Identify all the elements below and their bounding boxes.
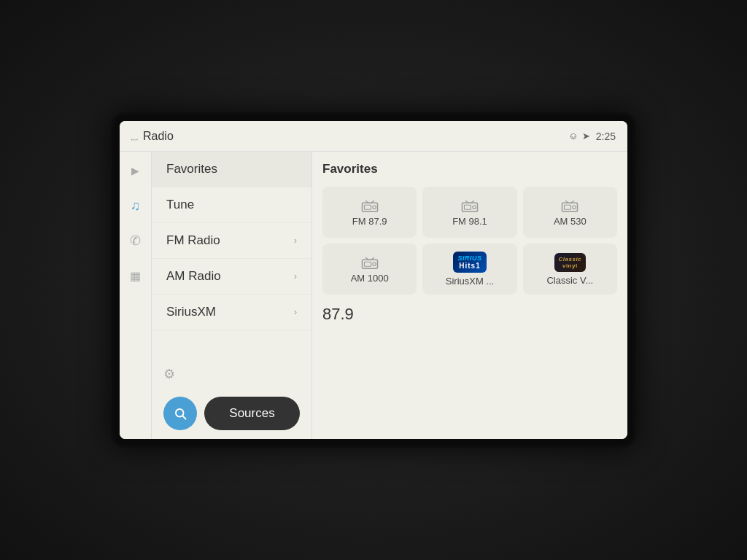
main-content: ▶ ♫ ✆ ▦ Favorites Tune FM Radio › [120,152,627,439]
siriusxm-badge: SIRIUS Hits1 [453,252,486,273]
station-label-fm879: FM 87.9 [352,216,387,227]
menu-item-favorites[interactable]: Favorites [152,152,311,187]
svg-point-9 [473,206,476,209]
header: ⎵ Radio ⎉ ➤ 2:25 [120,121,627,152]
menu-item-tune[interactable]: Tune [152,187,311,223]
station-am1000[interactable]: AM 1000 [322,244,417,295]
favorites-grid: FM 87.9 FM 98.1 [322,187,617,295]
right-content: Favorites FM 87.9 [312,152,627,439]
settings-icon[interactable]: ⚙ [163,366,175,382]
am-radio-chevron: › [294,271,297,281]
station-fm879[interactable]: FM 87.9 [322,187,417,238]
menu-item-fm-radio[interactable]: FM Radio › [152,223,311,259]
svg-rect-3 [364,205,371,209]
radio-icon-fm879 [361,198,379,213]
siriusxm-label: SiriusXM [166,305,216,319]
favorites-label: Favorites [166,162,217,176]
search-button[interactable] [163,397,197,430]
signal-icon: ⎉ [570,131,576,141]
current-station-display: 87.9 [322,302,617,327]
classicvinyl-badge: Classic vinyl [554,253,587,272]
radio-icon-am530 [561,198,578,213]
favorites-section-title: Favorites [322,162,617,176]
screen: ⎵ Radio ⎉ ➤ 2:25 ▶ ♫ ✆ ▦ [120,121,627,439]
radio-icon-fm981 [461,198,479,213]
station-label-am530: AM 530 [554,216,587,227]
fm-radio-chevron: › [294,236,297,246]
svg-point-14 [573,206,576,209]
menu-bottom: Sources [152,388,311,439]
header-right: ⎉ ➤ 2:25 [570,131,616,142]
radio-home-icon: ⎵ [131,131,137,142]
station-siriusxm[interactable]: SIRIUS Hits1 SiriusXM ... [422,244,516,295]
am-radio-label: AM Radio [166,269,221,284]
svg-line-1 [182,416,185,419]
tune-label: Tune [166,198,194,212]
car-icon[interactable]: ▦ [125,265,146,286]
svg-rect-8 [464,205,471,209]
sidebar-icons: ▶ ♫ ✆ ▦ [120,152,152,439]
left-menu: Favorites Tune FM Radio › AM Radio › Sir [152,152,312,439]
header-left: ⎵ Radio [131,130,174,143]
station-fm981[interactable]: FM 98.1 [422,187,516,238]
station-label-siriusxm: SiriusXM ... [446,276,494,287]
svg-point-19 [372,262,376,266]
station-am530[interactable]: AM 530 [523,187,617,238]
navigation-icon[interactable]: ▶ [125,160,146,181]
station-label-am1000: AM 1000 [351,273,389,284]
sources-button[interactable]: Sources [204,397,300,430]
header-title: Radio [143,130,174,143]
station-classicvinyl[interactable]: Classic vinyl Classic V... [523,244,617,295]
station-label-fm981: FM 98.1 [452,216,487,227]
siriusxm-chevron: › [294,307,297,317]
bluetooth-icon: ➤ [582,131,590,141]
svg-rect-13 [565,205,571,209]
svg-point-4 [372,206,376,209]
fm-radio-label: FM Radio [166,233,220,248]
screen-bezel: ⎵ Radio ⎉ ➤ 2:25 ▶ ♫ ✆ ▦ [111,112,636,448]
settings-area: ⚙ [152,360,311,388]
car-surround: ⎵ Radio ⎉ ➤ 2:25 ▶ ♫ ✆ ▦ [0,0,747,560]
music-icon[interactable]: ♫ [125,195,146,216]
station-label-classicvinyl: Classic V... [546,275,593,286]
menu-item-siriusxm[interactable]: SiriusXM › [152,295,311,330]
clock: 2:25 [596,131,616,142]
radio-icon-am1000 [361,255,379,270]
svg-rect-18 [364,262,371,266]
phone-icon[interactable]: ✆ [125,230,146,251]
search-icon [174,407,187,420]
menu-item-am-radio[interactable]: AM Radio › [152,259,311,295]
